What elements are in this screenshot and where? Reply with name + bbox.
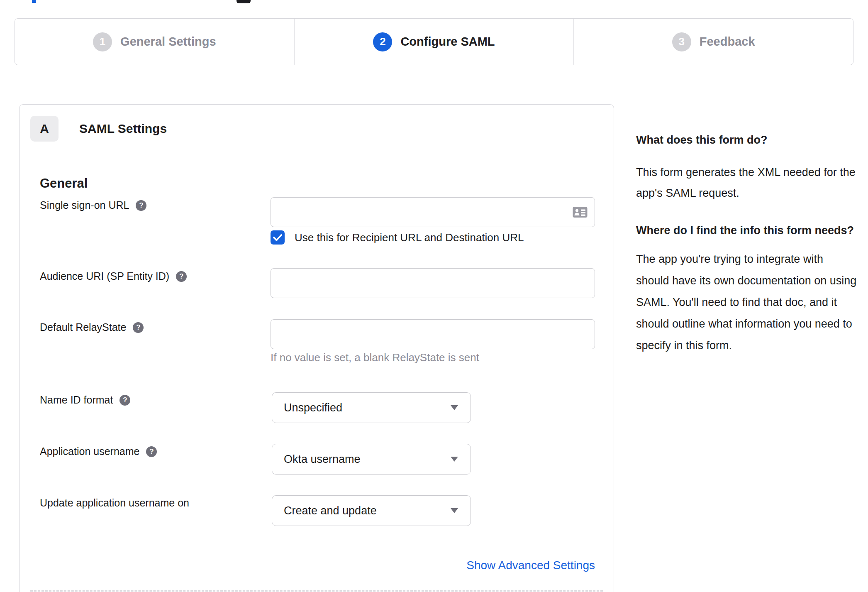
show-advanced-settings-link[interactable]: Show Advanced Settings	[466, 559, 595, 572]
checkmark-icon	[273, 234, 282, 241]
audience-uri-input[interactable]	[271, 268, 595, 298]
configure-saml-page: 1 General Settings 2 Configure SAML 3 Fe…	[0, 0, 868, 592]
wizard-stepper: 1 General Settings 2 Configure SAML 3 Fe…	[15, 18, 853, 65]
step-2-number-badge: 2	[373, 32, 392, 51]
update-app-username-value: Create and update	[284, 504, 377, 517]
sso-url-label-text: Single sign-on URL	[40, 199, 129, 211]
help-sidebar: What does this form do? This form genera…	[636, 131, 857, 356]
update-app-username-select[interactable]: Create and update	[272, 495, 471, 526]
dropdown-caret-icon	[451, 405, 458, 410]
dropdown-caret-icon	[451, 508, 458, 513]
application-username-label: Application username ?	[40, 445, 157, 457]
relaystate-hint: If no value is set, a blank RelayState i…	[271, 351, 479, 364]
default-relaystate-input[interactable]	[271, 319, 595, 349]
sso-url-input-wrap	[271, 197, 595, 227]
address-card-icon	[573, 207, 588, 218]
application-username-label-text: Application username	[40, 445, 139, 457]
general-heading: General	[40, 176, 88, 191]
section-a-badge: A	[30, 116, 59, 142]
step-1-number-badge: 1	[93, 32, 112, 51]
header-fragment-blue	[32, 0, 36, 3]
audience-uri-label: Audience URI (SP Entity ID) ?	[40, 270, 187, 282]
update-app-username-label: Update application username on	[40, 497, 189, 509]
step-3-label: Feedback	[700, 35, 755, 49]
sso-url-input[interactable]	[271, 197, 595, 227]
sidebar-heading-where: Where do I find the info this form needs…	[636, 222, 857, 239]
default-relaystate-help-icon[interactable]: ?	[133, 322, 144, 333]
step-3-number-badge: 3	[672, 32, 691, 51]
sidebar-body-where: The app you're trying to integrate with …	[636, 248, 857, 356]
update-app-username-label-text: Update application username on	[40, 497, 189, 509]
step-1-label: General Settings	[120, 35, 216, 49]
saml-settings-panel: A SAML Settings General Single sign-on U…	[19, 104, 614, 592]
audience-uri-help-icon[interactable]: ?	[176, 271, 187, 282]
name-id-format-select[interactable]: Unspecified	[272, 392, 471, 423]
sidebar-body-what: This form generates the XML needed for t…	[636, 162, 857, 203]
name-id-format-value: Unspecified	[284, 401, 342, 414]
sidebar-heading-what: What does this form do?	[636, 131, 857, 149]
audience-uri-label-text: Audience URI (SP Entity ID)	[40, 270, 169, 282]
name-id-format-help-icon[interactable]: ?	[119, 395, 130, 406]
recipient-url-checkbox-row: Use this for Recipient URL and Destinati…	[271, 230, 524, 245]
section-title: SAML Settings	[79, 122, 167, 136]
default-relaystate-label-text: Default RelayState	[40, 321, 126, 333]
recipient-url-checkbox-label: Use this for Recipient URL and Destinati…	[295, 231, 524, 244]
dropdown-caret-icon	[451, 457, 458, 462]
panel-header: A SAML Settings	[30, 116, 167, 142]
default-relaystate-label: Default RelayState ?	[40, 321, 144, 333]
step-configure-saml[interactable]: 2 Configure SAML	[294, 19, 574, 65]
section-dashed-divider	[30, 590, 603, 592]
application-username-value: Okta username	[284, 453, 361, 466]
step-2-label: Configure SAML	[400, 35, 495, 49]
name-id-format-label-text: Name ID format	[40, 394, 113, 406]
application-username-help-icon[interactable]: ?	[146, 446, 157, 457]
step-general-settings[interactable]: 1 General Settings	[15, 19, 294, 65]
application-username-select[interactable]: Okta username	[272, 444, 471, 475]
header-fragment-dark	[237, 0, 251, 3]
sso-url-help-icon[interactable]: ?	[136, 200, 146, 211]
sso-url-label: Single sign-on URL ?	[40, 199, 146, 211]
step-feedback[interactable]: 3 Feedback	[573, 19, 853, 65]
recipient-url-checkbox[interactable]	[271, 230, 285, 245]
name-id-format-label: Name ID format ?	[40, 394, 130, 406]
